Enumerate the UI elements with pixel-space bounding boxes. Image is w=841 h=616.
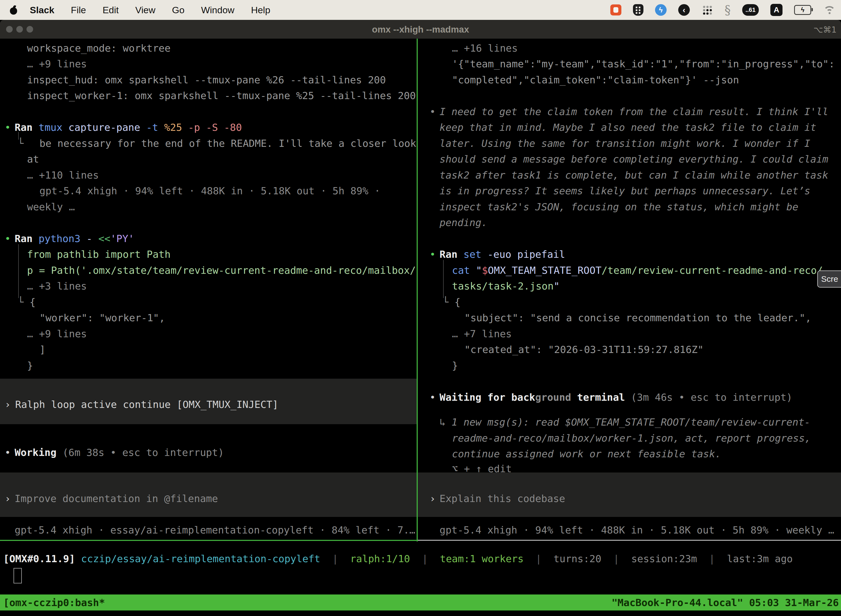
terminal-text: └	[442, 296, 454, 308]
menu-item-edit[interactable]: Edit	[94, 5, 127, 15]
squiggle-icon[interactable]: §	[725, 3, 731, 17]
terminal-text: 1 new msg(s): read $OMX_TEAM_STATE_ROOT/…	[451, 417, 810, 428]
terminal-text: set	[463, 249, 482, 260]
terminal-text: inspect task2's JSON, focusing on the st…	[440, 201, 798, 213]
terminal-text: Ran	[440, 249, 463, 260]
terminal-line: inspect_hud: omx sparkshell --tmux-pane …	[27, 74, 386, 86]
stats-badge-icon[interactable]: ϟ	[655, 4, 667, 16]
terminal-text: inspect_worker-1: omx sparkshell --tmux-…	[27, 90, 416, 101]
terminal-text: workspace_mode: worktree	[27, 43, 170, 54]
terminal-text: capture-pane	[62, 122, 140, 133]
window-shortcut-hint: ⌥⌘1	[813, 25, 837, 35]
thinking-text: inspect task2's JSON, focusing on the st…	[440, 201, 798, 213]
terminal-text: ground	[535, 392, 571, 403]
apple-menu-icon[interactable]	[9, 5, 18, 15]
menu-item-window[interactable]: Window	[193, 5, 243, 15]
a-app-icon[interactable]: A	[771, 4, 782, 16]
bullet: •	[429, 248, 436, 261]
terminal-text: └	[18, 296, 29, 308]
terminal-text: "worker": "worker-1",	[40, 312, 165, 323]
prompt-chevron: ›	[5, 492, 11, 505]
terminal-line: "subject": "send a concise recommendatio…	[464, 312, 811, 324]
terminal-line: tasks/task-2.json"	[452, 280, 560, 292]
thinking-text: pending.	[440, 216, 487, 229]
app-grid-icon[interactable]	[701, 4, 713, 16]
right-pane-border	[418, 540, 841, 541]
terminal-text: |	[320, 553, 350, 565]
ralph-status-line: Ralph loop active continue [OMX_TMUX_INJ…	[15, 398, 278, 411]
terminal-text: ›	[5, 493, 11, 504]
usage-badge-icon[interactable]: ..61	[742, 4, 759, 16]
menu-items-container: FileEditViewGoWindowHelp	[63, 5, 279, 15]
terminal-text: "	[470, 265, 482, 276]
edit-hint: ⌥ + ↑ edit	[452, 462, 512, 475]
tmux-session-label: [omx-cczip0:bash*	[3, 597, 105, 608]
battery-icon[interactable]: ϟ	[794, 5, 811, 15]
terminal-text: I need to get the claim token from the c…	[440, 106, 828, 117]
omx-status-line: [OMX#0.11.9] cczip/essay/ai-reimplementa…	[3, 553, 793, 565]
menu-item-help[interactable]: Help	[243, 5, 279, 15]
terminal-text: last:3m ago	[727, 553, 793, 565]
terminal-text: (3m 46s • esc to interrupt)	[625, 392, 793, 403]
terminal-text: cczip/essay/ai-reimplementation-copyleft	[81, 553, 320, 565]
connector-line	[18, 244, 19, 298]
ran-command-python: Ran python3 - <<'PY'	[15, 232, 134, 245]
terminal-text: at	[27, 154, 39, 165]
terminal-text: ]	[40, 344, 45, 355]
terminal-line: be necessary for the end of the README. …	[40, 137, 416, 150]
terminal-text: team:1 workers	[440, 553, 523, 565]
terminal-line: "created_at": "2026-03-31T11:59:27.816Z"	[464, 343, 703, 356]
terminal-line: p = Path('.omx/state/team/review-current…	[27, 264, 416, 277]
privacy-shield-icon[interactable]	[633, 4, 643, 16]
menu-item-go[interactable]: Go	[164, 5, 193, 15]
terminal-text: terminal	[571, 392, 625, 403]
terminal-text: is in progress? It seems likely but perh…	[440, 185, 810, 197]
terminal-line: at	[27, 153, 39, 165]
terminal-text: from pathlib import Path	[27, 249, 170, 260]
terminal-text: ›	[429, 493, 436, 504]
prompt-chevron: ›	[429, 492, 436, 505]
terminal-text: └	[18, 138, 24, 149]
terminal-text: … +16 lines	[452, 43, 518, 54]
terminal-text: python3	[39, 233, 81, 244]
terminal-text: •	[5, 122, 11, 133]
terminal-text: pending.	[440, 217, 487, 228]
wifi-icon[interactable]	[823, 5, 836, 15]
terminal-text: ⌥ + ↑ edit	[452, 463, 512, 474]
menu-app-name[interactable]: Slack	[22, 5, 63, 15]
model-status-line-left: gpt-5.4 xhigh · essay/ai-reimplementatio…	[15, 524, 415, 536]
terminal-line: … +9 lines	[27, 328, 87, 340]
terminal-text: task2 after task1 is complete, but can I…	[440, 169, 828, 181]
terminal-text: |	[697, 553, 727, 565]
terminal-line: }	[27, 359, 33, 372]
status-icons-container: ϟ‹§..61Aϟ	[610, 0, 838, 20]
terminal-line: ]	[40, 343, 45, 356]
slack-notification-icon[interactable]	[610, 4, 621, 15]
terminal-text: Ran	[15, 233, 39, 244]
terminal-text: tmux	[39, 122, 63, 133]
terminal-text: %25	[158, 122, 182, 133]
thinking-text: I need to get the claim token from the c…	[440, 106, 828, 118]
thinking-text: is in progress? It seems likely but perh…	[440, 185, 810, 197]
terminal-text: … +110 lines	[27, 169, 99, 181]
menu-bar: Slack FileEditViewGoWindowHelp ϟ‹§..61Aϟ	[0, 0, 841, 20]
menu-item-view[interactable]: View	[127, 5, 164, 15]
terminal-text: readme-and-reco/mailbox/worker-1.json, a…	[452, 433, 811, 444]
terminal-text: 'PY'	[110, 233, 134, 244]
terminal-text: Working	[15, 447, 57, 458]
terminal-text: continue assigned work or next feasible …	[452, 448, 721, 459]
terminal-line: … +16 lines	[452, 42, 518, 54]
elbow: └ {	[18, 296, 35, 308]
terminal-text: later. Using the same for transition mig…	[440, 138, 810, 149]
terminal-text: -	[80, 233, 98, 244]
terminal-text: •	[5, 233, 11, 244]
browser-icon[interactable]: ‹	[678, 4, 690, 16]
terminal-line: … +110 lines	[27, 169, 99, 181]
terminal-text: (6m 38s • esc to interrupt)	[57, 447, 224, 458]
pane-divider[interactable]	[417, 39, 418, 541]
terminal-text: •	[429, 249, 436, 260]
tmux-status-bar: [omx-cczip0:bash* "MacBook-Pro-44.local"…	[0, 594, 841, 610]
menu-item-file[interactable]: File	[63, 5, 94, 15]
terminal-text: gpt-5.4 xhigh · 94% left · 488K in · 5.1…	[40, 185, 380, 197]
terminal-text: p = Path('.omx/state/team/review-current…	[27, 265, 416, 276]
